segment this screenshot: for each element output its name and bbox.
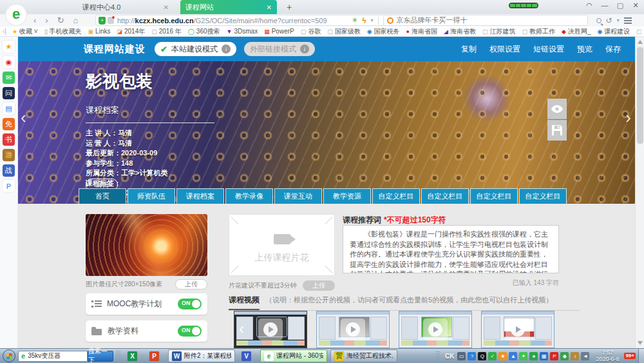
site-nav-tab[interactable]: 首页 [79,188,126,204]
extensions-gear-icon[interactable]: ✳ [352,16,357,25]
reload-button[interactable]: ↻ [57,14,64,26]
start-button[interactable] [3,349,15,362]
tray-icon[interactable]: ◄ [581,352,589,360]
tray-icon[interactable]: ● [529,352,538,360]
site-nav-tab[interactable]: 教学资源 [323,188,371,204]
header-action-button[interactable]: 短链设置 [533,44,564,55]
taskbar-app[interactable]: V [238,349,257,362]
search-magnifier-icon[interactable] [596,18,601,23]
side-panel-icon[interactable]: ★ [3,41,15,53]
bookmarks-collapse-icon[interactable]: ‹| [3,28,6,35]
site-nav-tab[interactable]: 自定义栏目 [470,188,518,204]
scroll-up-icon[interactable] [638,40,643,44]
trailer-upload-dropzone[interactable]: 上传课程片花 [229,214,335,276]
speed-bolt-icon[interactable]: ϟ [362,16,366,25]
tray-icon[interactable]: ✦ [519,352,527,360]
undo-caret-icon[interactable]: ▾ [617,17,620,23]
video-carousel-prev-icon[interactable]: ‹ [239,320,244,338]
tray-icon[interactable]: ★ [498,352,507,360]
tab-close-icon[interactable]: ✕ [158,4,169,11]
bookmark-item[interactable]: ◉ 国家税务 [364,27,403,36]
trailer-upload-button[interactable]: 上传 [303,280,335,291]
banner-prev-icon[interactable]: ‹ [21,108,26,128]
tab-close-icon[interactable]: ✕ [261,4,272,11]
external-link-mode-button[interactable]: 外部链接模式 i [244,42,315,56]
cover-upload-button[interactable]: 上传 [175,279,207,289]
skin-button[interactable]: ◠ [585,1,594,10]
bookmark-item[interactable]: ◆ 决胜网_ [558,27,594,36]
browser-tab-course-center[interactable]: 课程中心4.0 ✕ [77,0,174,14]
preview-eye-button[interactable] [547,99,567,119]
tray-icon[interactable]: Q [478,352,486,360]
video-thumbnail[interactable] [234,311,307,348]
taskbar-app[interactable]: 贸 海经贸工程技术... [330,349,397,362]
side-panel-icon[interactable]: 书 [3,133,15,146]
tray-icon[interactable]: ▭ [457,352,466,360]
bookmark-item[interactable]: ▼ 3Dsmax [223,27,261,36]
minimize-button[interactable]: — [600,1,609,10]
taskbar-search-button[interactable]: 搜索一下 [88,351,113,362]
side-panel-icon[interactable]: 游 [3,149,15,161]
video-thumbnail[interactable] [316,311,390,348]
bookmark-item[interactable]: ◪ 2014年 [113,27,148,36]
play-icon[interactable] [423,319,448,340]
save-floppy-button[interactable] [547,120,567,141]
video-thumbnail[interactable] [481,311,554,348]
site-nav-tab[interactable]: 自定义栏目 [372,188,420,204]
side-panel-icon[interactable]: 问 [3,87,15,99]
video-thumbnail[interactable] [399,311,472,348]
tray-icon[interactable]: ▲ [509,352,517,360]
browser-search-box[interactable]: 京东品牌年卡买一得十 [383,15,588,26]
side-panel-icon[interactable]: P [3,180,15,192]
tray-icon[interactable]: P [550,352,558,360]
bookmark-item[interactable]: ▯ 手机收藏夹 [41,27,85,36]
browser-tab-course-site[interactable]: 课程网站 ✕ [180,0,277,14]
site-flag-icon[interactable] [108,17,114,24]
side-panel-icon[interactable]: 免 [3,118,15,130]
taskbar-search-box[interactable]: e 35kv变压器 [18,351,88,362]
menu-icon[interactable] [624,17,632,19]
header-action-button[interactable]: 保存 [605,44,621,55]
bookmark-item[interactable]: ◉ 课程建设 [594,27,633,36]
scrollbar-thumb[interactable] [637,47,643,144]
banner-next-icon[interactable]: › [625,108,631,128]
side-panel-icon[interactable]: ✉ [3,72,15,84]
play-icon[interactable] [506,319,530,340]
tray-icon[interactable]: ? [468,352,476,360]
page-scrollbar[interactable] [635,37,644,348]
tray-grip[interactable] [436,351,440,361]
info-icon[interactable]: i [222,44,231,54]
site-nav-tab[interactable]: 自定义栏目 [421,188,469,204]
bookmark-item[interactable]: ▢ 国家级教 [324,27,364,36]
taskbar-clock[interactable]: 7:57 2020-6-8 [596,349,619,362]
home-button[interactable]: ⌂ [73,14,79,26]
play-icon[interactable] [258,319,283,340]
bookmark-item[interactable]: ▢ 谷歌 [298,27,325,36]
header-action-button[interactable]: 复制 [461,44,477,55]
undo-icon[interactable]: ↺ [606,16,612,25]
bookmark-item[interactable]: ▢ 全国教师 [633,27,641,36]
site-nav-tab[interactable]: 自定义栏目 [519,188,567,204]
new-tab-button[interactable]: + [283,1,295,13]
taskbar-app[interactable]: e 课程网站 - 360安... [260,349,327,362]
tray-icon[interactable]: ♪ [571,352,579,360]
toolbar-caret-icon[interactable]: ▾ [371,17,374,23]
tray-icon[interactable]: ▦ [540,352,548,360]
show-desktop-button[interactable] [638,349,644,363]
security-shield-icon[interactable]: + [99,17,106,25]
info-icon[interactable]: i [300,44,309,54]
forward-button[interactable]: › [45,14,48,26]
tray-icon[interactable]: ✓ [488,352,497,360]
bookmark-item[interactable]: ▣ Links [85,27,114,36]
bookmark-item[interactable]: ● 海南省国 [403,27,440,36]
side-panel-icon[interactable]: ◉ [3,56,15,68]
language-indicator[interactable]: CK [445,353,454,360]
bookmark-item[interactable]: ▢ 江苏建筑 [479,27,519,36]
browser-logo[interactable]: e [5,4,27,26]
back-button[interactable]: ‹ [33,14,36,26]
bookmark-item[interactable]: ★ 收藏 ˅ [9,27,41,36]
close-button[interactable]: ✕ [631,1,640,10]
bookmark-item[interactable]: ▦ PowerP [261,27,298,36]
taskbar-app[interactable]: X [124,349,143,362]
site-nav-tab[interactable]: 课程档案 [176,188,224,204]
